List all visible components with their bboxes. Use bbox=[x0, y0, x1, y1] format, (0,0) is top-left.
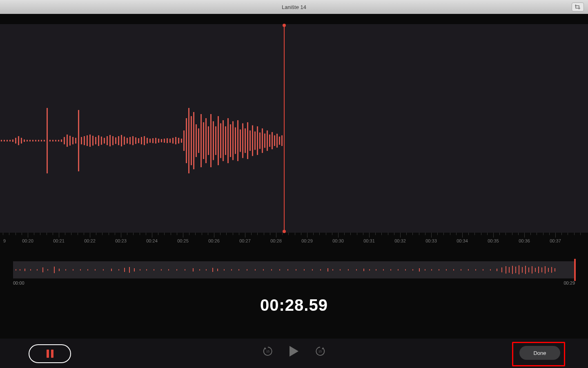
svg-rect-20 bbox=[58, 140, 59, 141]
svg-rect-55 bbox=[158, 139, 159, 143]
pause-button[interactable] bbox=[29, 344, 71, 363]
svg-rect-4 bbox=[12, 139, 13, 142]
svg-rect-104 bbox=[281, 135, 283, 146]
svg-rect-151 bbox=[332, 269, 333, 271]
svg-rect-77 bbox=[215, 126, 216, 155]
skip-back-button[interactable]: 15 bbox=[263, 346, 273, 357]
svg-rect-86 bbox=[237, 120, 238, 161]
svg-rect-0 bbox=[1, 140, 2, 141]
svg-rect-148 bbox=[312, 269, 313, 271]
svg-rect-122 bbox=[124, 268, 125, 272]
svg-rect-179 bbox=[515, 267, 516, 273]
svg-rect-81 bbox=[225, 126, 226, 155]
svg-rect-165 bbox=[431, 269, 432, 271]
trim-button[interactable] bbox=[572, 2, 584, 11]
svg-rect-67 bbox=[191, 116, 192, 165]
svg-rect-182 bbox=[525, 266, 526, 274]
svg-rect-30 bbox=[87, 135, 88, 146]
svg-rect-71 bbox=[200, 114, 202, 167]
svg-rect-25 bbox=[72, 137, 74, 144]
svg-rect-141 bbox=[255, 269, 256, 271]
svg-rect-175 bbox=[501, 267, 502, 272]
control-bar: 15 15 Done bbox=[0, 339, 588, 368]
svg-rect-127 bbox=[154, 269, 154, 271]
svg-rect-140 bbox=[247, 269, 247, 271]
svg-rect-83 bbox=[230, 124, 231, 157]
svg-rect-156 bbox=[369, 269, 370, 271]
svg-rect-5 bbox=[15, 138, 16, 144]
svg-rect-90 bbox=[247, 122, 248, 159]
svg-rect-54 bbox=[155, 138, 156, 144]
svg-rect-169 bbox=[461, 269, 461, 271]
svg-rect-171 bbox=[475, 269, 476, 271]
svg-rect-42 bbox=[121, 135, 122, 146]
svg-rect-172 bbox=[483, 269, 483, 271]
svg-rect-119 bbox=[103, 269, 104, 271]
svg-rect-10 bbox=[29, 140, 31, 141]
svg-rect-189 bbox=[548, 268, 549, 272]
svg-rect-14 bbox=[41, 140, 42, 141]
svg-rect-78 bbox=[218, 116, 219, 165]
window-title: Lanište 14 bbox=[282, 4, 306, 10]
svg-rect-32 bbox=[92, 136, 94, 146]
svg-rect-149 bbox=[320, 269, 321, 271]
svg-rect-186 bbox=[538, 267, 539, 273]
svg-rect-162 bbox=[412, 269, 413, 271]
skip-forward-button[interactable]: 15 bbox=[315, 346, 325, 357]
svg-rect-178 bbox=[512, 266, 513, 274]
svg-rect-137 bbox=[224, 269, 225, 271]
svg-rect-11 bbox=[32, 140, 33, 141]
time-ruler[interactable]: 900:2000:2100:2200:2300:2400:2500:2600:2… bbox=[0, 233, 588, 247]
svg-rect-101 bbox=[274, 135, 275, 146]
play-button[interactable] bbox=[290, 346, 298, 357]
svg-rect-17 bbox=[49, 140, 51, 141]
svg-rect-33 bbox=[95, 137, 96, 144]
svg-rect-183 bbox=[528, 267, 529, 272]
svg-rect-144 bbox=[279, 269, 280, 271]
svg-rect-116 bbox=[80, 269, 81, 271]
svg-rect-68 bbox=[193, 112, 194, 169]
svg-rect-50 bbox=[144, 136, 145, 145]
overview-waveform bbox=[13, 261, 575, 278]
overview-end-time: 00:29 bbox=[564, 280, 575, 285]
svg-rect-157 bbox=[376, 269, 376, 271]
waveform-overview[interactable] bbox=[13, 261, 575, 278]
svg-rect-134 bbox=[206, 269, 207, 271]
svg-rect-57 bbox=[164, 139, 165, 143]
svg-rect-72 bbox=[203, 122, 204, 159]
svg-rect-131 bbox=[185, 269, 185, 271]
done-button[interactable]: Done bbox=[519, 346, 560, 360]
svg-rect-51 bbox=[147, 138, 148, 144]
svg-rect-163 bbox=[419, 268, 420, 272]
svg-rect-27 bbox=[78, 110, 79, 171]
svg-rect-75 bbox=[210, 114, 212, 167]
svg-rect-146 bbox=[296, 269, 296, 271]
svg-rect-16 bbox=[47, 108, 48, 173]
svg-rect-46 bbox=[132, 136, 134, 145]
svg-rect-12 bbox=[35, 140, 36, 141]
playhead[interactable] bbox=[284, 24, 285, 233]
svg-rect-113 bbox=[59, 269, 60, 271]
svg-rect-100 bbox=[272, 132, 273, 149]
ruler-ticks bbox=[0, 233, 588, 238]
svg-rect-124 bbox=[134, 268, 135, 272]
svg-rect-8 bbox=[24, 139, 25, 142]
ruler-labels: 900:2000:2100:2200:2300:2400:2500:2600:2… bbox=[0, 238, 588, 245]
svg-rect-106 bbox=[20, 269, 20, 271]
svg-rect-190 bbox=[551, 267, 552, 273]
svg-rect-63 bbox=[181, 139, 182, 143]
svg-rect-121 bbox=[118, 269, 119, 271]
skip-back-icon: 15 bbox=[263, 346, 273, 357]
done-button-label: Done bbox=[533, 350, 546, 356]
svg-rect-87 bbox=[240, 130, 241, 152]
svg-rect-82 bbox=[227, 118, 229, 163]
svg-rect-152 bbox=[340, 269, 341, 271]
svg-rect-125 bbox=[140, 269, 140, 271]
svg-rect-66 bbox=[188, 108, 189, 173]
svg-rect-91 bbox=[249, 130, 251, 151]
waveform-area[interactable] bbox=[0, 24, 588, 233]
svg-rect-128 bbox=[161, 269, 162, 271]
overview-start-time: 00:00 bbox=[13, 280, 24, 285]
svg-rect-166 bbox=[439, 269, 439, 271]
overview-playhead[interactable] bbox=[574, 259, 576, 281]
